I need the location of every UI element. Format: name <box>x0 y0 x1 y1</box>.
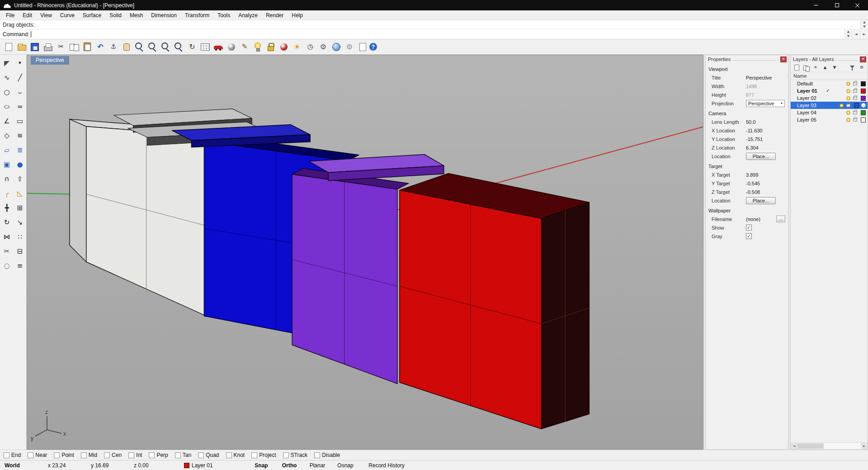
save-icon[interactable] <box>28 41 41 53</box>
command-spinner[interactable]: ▲ ▼ <box>844 29 852 39</box>
polyline-tool-icon[interactable]: ∠ <box>0 115 13 127</box>
osnap-item-strack[interactable]: STrack <box>283 452 308 458</box>
osnap-item-mid[interactable]: Mid <box>81 452 97 458</box>
gray-checkbox[interactable]: ✓ <box>746 233 752 239</box>
new-layer-icon[interactable] <box>793 64 801 71</box>
layer-color-swatch[interactable] <box>861 118 866 122</box>
select-tool-icon[interactable]: ◤ <box>0 57 13 70</box>
layer-row-default[interactable]: Default <box>791 80 868 87</box>
boolean-tool-icon[interactable]: ∩ <box>0 173 13 185</box>
polygon-tool-icon[interactable]: ◇ <box>0 129 13 142</box>
maximize-button[interactable] <box>826 0 847 10</box>
white-box[interactable] <box>70 119 207 316</box>
osnap-item-disable[interactable]: Disable <box>314 452 340 458</box>
scroll-down-icon[interactable]: ▼ <box>861 25 868 29</box>
osnap-item-tan[interactable]: Tan <box>175 452 191 458</box>
fillet-tool-icon[interactable]: ╭ <box>0 187 13 200</box>
surface-tool-icon[interactable]: ▱ <box>0 144 13 156</box>
new-file-icon[interactable] <box>2 41 15 53</box>
osnap-item-end[interactable]: End <box>4 452 21 458</box>
box-tool-icon[interactable]: ▣ <box>0 158 13 171</box>
menu-surface[interactable]: Surface <box>79 11 105 20</box>
chamfer-tool-icon[interactable]: ◺ <box>14 187 26 200</box>
loft-tool-icon[interactable]: ≣ <box>14 144 26 156</box>
move-tool-icon[interactable]: ╋ <box>0 202 13 214</box>
project-checkbox[interactable] <box>251 452 257 458</box>
zoom-window-icon[interactable] <box>146 41 159 53</box>
int-checkbox[interactable] <box>128 452 134 458</box>
curve-tool-icon[interactable]: ∿ <box>0 71 13 84</box>
cut-icon[interactable]: ✂ <box>55 41 67 53</box>
rotate-view-icon[interactable]: ↻ <box>186 41 198 53</box>
hide-tool-icon[interactable]: ◌ <box>0 259 13 272</box>
layer-color-swatch[interactable] <box>861 81 866 86</box>
record-history-toggle[interactable]: Record History <box>359 462 414 469</box>
osnap-item-perp[interactable]: Perp <box>149 452 168 458</box>
perspective-viewport[interactable]: Perspective <box>27 55 703 450</box>
options-icon[interactable]: ⚙ <box>343 41 356 53</box>
scroll-left-icon[interactable]: ◄ <box>791 443 797 449</box>
arc-tool-icon[interactable]: ⌣ <box>14 86 26 99</box>
knot-checkbox[interactable] <box>226 452 232 458</box>
move-down-icon[interactable]: ▼ <box>830 64 839 71</box>
layer-visibility-icon[interactable] <box>846 111 850 115</box>
copy-tool-icon[interactable]: ⊞ <box>14 202 26 214</box>
undo-icon[interactable]: ↶ <box>94 41 107 53</box>
viewport-canvas[interactable]: z x y <box>27 55 703 449</box>
menu-edit[interactable]: Edit <box>19 11 36 20</box>
menu-dimension[interactable]: Dimension <box>147 11 181 20</box>
quad-checkbox[interactable] <box>198 452 204 458</box>
layer-visibility-icon[interactable] <box>846 118 850 122</box>
layer-material-icon[interactable] <box>861 103 866 108</box>
menu-view[interactable]: View <box>36 11 56 20</box>
zoom-dynamic-icon[interactable] <box>133 41 146 53</box>
layer-tools-icon[interactable]: ⚙ <box>858 64 866 71</box>
freeform-tool-icon[interactable]: ≈ <box>14 100 26 113</box>
place-target-button[interactable]: Place... <box>746 197 776 204</box>
gear-icon[interactable]: ⚙ <box>317 41 330 53</box>
new-sublayer-icon[interactable] <box>802 64 810 71</box>
help-icon[interactable]: ? <box>369 43 377 51</box>
prev-command-icon[interactable]: ◄ <box>852 29 860 39</box>
wallpaper-browse-button[interactable]: ... <box>776 216 785 222</box>
menu-transform[interactable]: Transform <box>181 11 213 20</box>
shade-icon[interactable] <box>225 41 238 53</box>
scroll-up-icon[interactable]: ▲ <box>861 20 868 25</box>
point-checkbox[interactable] <box>54 452 60 458</box>
line-tool-icon[interactable]: ╱ <box>14 71 26 84</box>
next-command-icon[interactable]: ► <box>860 29 868 39</box>
clock-icon[interactable]: ◷ <box>304 41 316 53</box>
circle-tool-icon[interactable]: ○ <box>0 86 13 99</box>
layer-row-05[interactable]: Layer 05 <box>791 116 868 123</box>
layer-lock-icon[interactable] <box>846 104 850 107</box>
command-history[interactable]: Drag objects: ▲ ▼ <box>0 20 868 29</box>
array-tool-icon[interactable]: ∷ <box>14 230 26 243</box>
osnap-item-cen[interactable]: Cen <box>104 452 122 458</box>
layer-lock-icon[interactable] <box>853 111 857 114</box>
sphere-tool-icon[interactable]: ● <box>14 158 26 171</box>
rotate-tool-icon[interactable]: ↻ <box>0 216 13 229</box>
layer-lock-icon[interactable] <box>853 82 857 85</box>
notes-icon[interactable] <box>356 41 369 53</box>
layer-row-04[interactable]: Layer 04 <box>791 109 868 116</box>
layer-visibility-icon[interactable] <box>846 96 850 100</box>
tan-checkbox[interactable] <box>175 452 181 458</box>
paste-icon[interactable] <box>81 41 94 53</box>
place-camera-button[interactable]: Place... <box>746 153 776 160</box>
grid-icon[interactable] <box>199 41 212 53</box>
current-layer-pane[interactable]: Layer 01 <box>179 462 247 469</box>
layer-color-swatch[interactable] <box>861 96 866 101</box>
end-checkbox[interactable] <box>4 452 9 458</box>
open-file-icon[interactable] <box>15 41 28 53</box>
near-checkbox[interactable] <box>28 452 33 458</box>
perp-checkbox[interactable] <box>149 452 155 458</box>
menu-analyze[interactable]: Analyze <box>234 11 262 20</box>
scroll-thumb[interactable] <box>797 443 824 449</box>
anchor-icon[interactable]: ⚓ <box>107 41 120 53</box>
point-tool-icon[interactable]: • <box>14 57 26 70</box>
spin-down-icon[interactable]: ▼ <box>845 34 852 39</box>
mid-checkbox[interactable] <box>81 452 87 458</box>
car-icon[interactable] <box>212 41 225 53</box>
layer-color-swatch[interactable] <box>861 89 866 94</box>
show-checkbox[interactable]: ✓ <box>746 225 752 230</box>
